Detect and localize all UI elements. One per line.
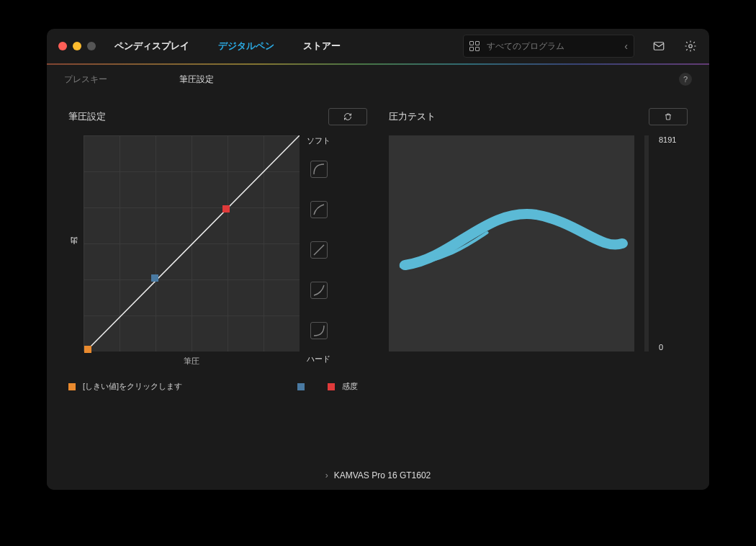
curve-preset-5[interactable] [310,322,328,339]
pressure-test-title: 圧力テスト [389,110,436,123]
pressure-curve-chart[interactable] [84,135,300,352]
trash-icon [664,112,672,121]
pressure-max-value: 8191 [659,135,676,144]
threshold-swatch [68,383,76,390]
chevron-right-icon: › [325,470,328,480]
tab-digital-pen[interactable]: デジタルペン [218,40,274,53]
curve-preset-2[interactable] [310,201,328,218]
pressure-test-canvas[interactable] [389,135,634,352]
window-controls [58,42,96,50]
subtab-pressure-settings[interactable]: 筆圧設定 [179,73,214,86]
pressure-curve-line [84,135,300,352]
pressure-min-value: 0 [659,343,663,352]
content-area: 筆圧設定 出力 [47,94,709,461]
application-selector-label: すべてのプログラム [487,40,564,53]
sensitivity-handle[interactable] [222,205,230,212]
pressure-settings-panel: 筆圧設定 出力 [68,108,367,461]
mid-handle[interactable] [151,274,158,282]
accent-divider [47,63,709,65]
refresh-icon [343,112,352,121]
device-name: KAMVAS Pro 16 GT1602 [334,470,431,480]
curve-preset-4[interactable] [310,282,328,299]
curve-preset-1[interactable] [310,161,328,178]
reset-curve-button[interactable] [328,108,367,125]
application-selector[interactable]: すべてのプログラム ‹ [463,35,634,58]
hard-label: ハード [307,354,330,364]
legend-threshold-label: [しきい値]をクリックします [83,381,182,392]
svg-rect-0 [654,42,664,50]
close-window-button[interactable] [58,42,67,50]
help-button[interactable]: ? [679,73,692,86]
threshold-handle[interactable] [84,346,91,353]
gear-icon[interactable] [683,40,698,53]
pressure-chart-wrap: 出力 筆圧 [68,135,300,367]
sensitivity-swatch [328,383,335,390]
curve-preset-column: ソフト ハード [307,135,330,352]
mail-icon[interactable] [652,40,666,53]
curve-preset-3[interactable] [310,241,328,259]
mid-swatch [297,383,305,390]
maximize-window-button[interactable] [87,42,96,50]
app-window: ペンディスプレイ デジタルペン ストアー すべてのプログラム ‹ プレスキー 筆… [47,29,709,490]
svg-line-2 [88,135,300,349]
titlebar: ペンディスプレイ デジタルペン ストアー すべてのプログラム ‹ [47,29,709,63]
tab-pen-display[interactable]: ペンディスプレイ [114,40,189,53]
pressure-test-panel: 圧力テスト 8191 0 [389,108,688,461]
curve-legend: [しきい値]をクリックします 感度 [68,381,367,392]
clear-test-button[interactable] [649,108,688,125]
subtab-press-key[interactable]: プレスキー [64,73,107,86]
tab-store[interactable]: ストアー [303,40,341,53]
chart-x-axis-label: 筆圧 [84,356,300,367]
legend-sensitivity-label: 感度 [342,381,358,392]
svg-point-1 [689,45,693,48]
soft-label: ソフト [307,135,330,146]
pressure-scale: 8191 0 [659,135,688,352]
primary-tabs: ペンディスプレイ デジタルペン ストアー [114,40,341,53]
pressure-settings-title: 筆圧設定 [68,110,106,123]
pressure-gauge [644,135,649,352]
apps-grid-icon [469,41,480,51]
sub-tabs: プレスキー 筆圧設定 ? [47,65,709,94]
device-bar[interactable]: › KAMVAS Pro 16 GT1602 [47,461,709,490]
minimize-window-button[interactable] [73,42,81,50]
chevron-left-icon: ‹ [624,40,628,52]
